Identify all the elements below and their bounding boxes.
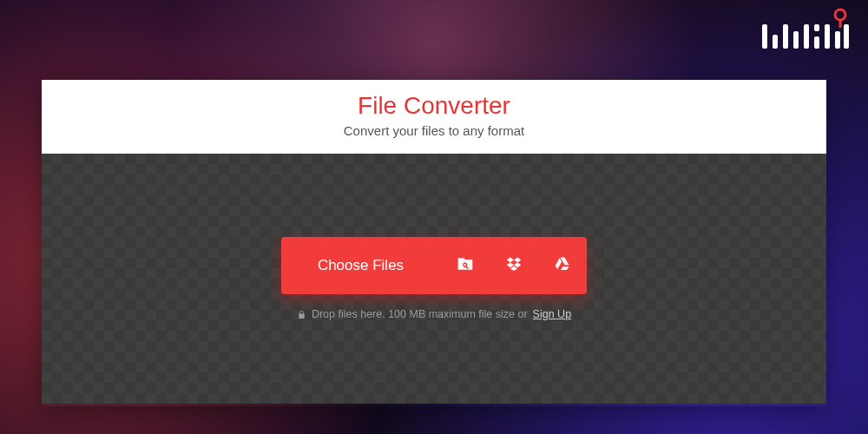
dropbox-button[interactable] <box>490 237 538 294</box>
svg-rect-10 <box>835 31 840 49</box>
brand-logo <box>757 7 852 59</box>
svg-rect-3 <box>773 35 778 49</box>
svg-rect-1 <box>839 19 842 28</box>
google-drive-button[interactable] <box>538 237 587 294</box>
choose-files-label: Choose Files <box>318 257 404 274</box>
svg-rect-8 <box>814 24 819 31</box>
upload-button-group: Choose Files <box>281 237 587 294</box>
svg-point-0 <box>835 10 845 20</box>
svg-rect-2 <box>762 24 767 49</box>
browse-folder-button[interactable] <box>441 237 490 294</box>
converter-card: File Converter Convert your files to any… <box>42 80 826 406</box>
card-header: File Converter Convert your files to any… <box>42 80 826 154</box>
signup-link[interactable]: Sign Up <box>533 308 571 320</box>
page-title: File Converter <box>42 92 826 120</box>
svg-rect-9 <box>825 24 830 49</box>
page-subtitle: Convert your files to any format <box>42 123 826 138</box>
folder-search-icon <box>457 255 474 276</box>
file-dropzone[interactable]: Choose Files <box>42 154 826 404</box>
svg-rect-11 <box>844 24 849 49</box>
drop-hint-text: Drop files here. 100 MB maximum file siz… <box>312 308 528 320</box>
drop-hint: Drop files here. 100 MB maximum file siz… <box>297 308 571 320</box>
google-drive-icon <box>554 255 571 276</box>
svg-rect-5 <box>793 31 799 49</box>
svg-rect-4 <box>783 24 788 49</box>
svg-rect-7 <box>814 36 819 49</box>
choose-files-button[interactable]: Choose Files <box>281 237 441 294</box>
svg-rect-6 <box>804 24 809 49</box>
page-background: File Converter Convert your files to any… <box>0 0 868 434</box>
dropbox-icon <box>505 255 523 276</box>
lock-icon <box>297 310 306 319</box>
